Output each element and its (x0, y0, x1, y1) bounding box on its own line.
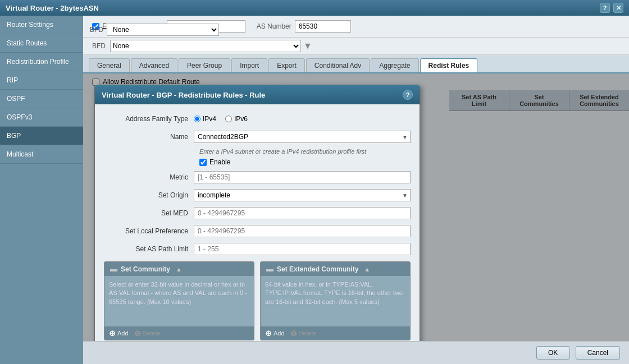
sidebar-item-static-routes[interactable]: Static Routes (0, 34, 83, 53)
set-community-panel: ▬ Set Community ▲ Select or enter 32-bit… (104, 261, 254, 340)
window-title: Virtual Router - 2bytesASN (6, 4, 99, 12)
set-local-pref-row: Set Local Preference (104, 224, 411, 238)
modal-body: Address Family Type IPv4 IPv6 (95, 104, 420, 354)
bfd-select[interactable]: None (107, 24, 219, 36)
name-control: Connected2BGP ▼ (194, 131, 411, 143)
tab-advanced[interactable]: Advanced (131, 58, 177, 72)
set-community-sort-icon: ▲ (176, 266, 182, 273)
set-med-label: Set MED (104, 209, 194, 217)
set-ext-community-body: 64-bit value in hex, or in TYPE:AS:VAL, … (261, 276, 410, 326)
ipv6-radio[interactable] (225, 116, 232, 122)
modal-help-icon[interactable]: ? (403, 90, 413, 100)
set-as-path-label: Set AS Path Limit (104, 245, 194, 253)
metric-input[interactable] (194, 171, 411, 183)
community-panels: ▬ Set Community ▲ Select or enter 32-bit… (104, 261, 411, 340)
set-origin-select[interactable]: incomplete igp egp (194, 189, 411, 201)
tab-general[interactable]: General (89, 58, 130, 72)
tab-peer-group[interactable]: Peer Group (179, 58, 230, 72)
set-ext-community-delete-button[interactable]: ⊖ Delete (290, 329, 317, 338)
sidebar-item-ospf[interactable]: OSPF (0, 90, 83, 108)
modal-title: Virtual Router - BGP - Redistribute Rule… (102, 91, 265, 99)
set-origin-label: Set Origin (104, 191, 194, 199)
bfd-row: BFD None (90, 24, 219, 36)
set-community-header: ▬ Set Community ▲ (104, 262, 254, 276)
top-bar: Enable Router ID AS Number BFD None (83, 16, 629, 38)
ipv6-radio-label[interactable]: IPv6 (225, 115, 248, 123)
set-local-pref-control (194, 225, 411, 237)
set-local-pref-input[interactable] (194, 225, 411, 237)
set-community-delete-button[interactable]: ⊖ Delete (134, 329, 161, 338)
ipv4-radio-label[interactable]: IPv4 (194, 115, 216, 123)
bfd-label-row: BFD (92, 42, 106, 50)
table-area: Allow Redistribute Default Route Set AS … (83, 73, 629, 364)
bfd-select-full[interactable]: None (110, 40, 301, 52)
name-select[interactable]: Connected2BGP (194, 131, 411, 143)
ipv6-label: IPv6 (234, 115, 248, 123)
set-community-add-button[interactable]: ⊕ Add (109, 329, 129, 338)
modal-header: Virtual Router - BGP - Redistribute Rule… (95, 85, 420, 104)
main-layout: Router Settings Static Routes Redistribu… (0, 16, 629, 364)
set-ext-community-footer: ⊕ Add ⊖ Delete (261, 326, 410, 340)
as-number-label: AS Number (257, 22, 291, 30)
name-hint: Enter a IPv4 subnet or create a IPv4 red… (199, 148, 411, 155)
content-area: Enable Router ID AS Number BFD None BFD … (83, 16, 629, 364)
set-ext-community-hint: 64-bit value in hex, or in TYPE:AS:VAL, … (265, 281, 403, 305)
set-origin-row: Set Origin incomplete igp egp ▼ (104, 188, 411, 202)
sidebar-item-ospfv3[interactable]: OSPFv3 (0, 108, 83, 127)
set-community-icon: ▬ (110, 265, 117, 273)
bottom-cancel-button[interactable]: Cancel (576, 346, 620, 360)
bottom-ok-button[interactable]: OK (536, 346, 570, 360)
set-local-pref-label: Set Local Preference (104, 227, 194, 235)
set-community-add-label: Add (117, 330, 129, 337)
set-ext-community-sort-icon: ▲ (364, 266, 370, 273)
sidebar-item-redistribution-profile[interactable]: Redistribution Profile (0, 53, 83, 71)
modal-dialog: Virtual Router - BGP - Redistribute Rule… (94, 85, 420, 364)
set-community-delete-label: Delete (143, 330, 161, 337)
tab-import[interactable]: Import (231, 58, 267, 72)
sidebar-item-router-settings[interactable]: Router Settings (0, 16, 83, 34)
address-family-row: Address Family Type IPv4 IPv6 (104, 112, 411, 126)
modal-enable-label: Enable (209, 158, 230, 166)
set-origin-control: incomplete igp egp ▼ (194, 189, 411, 201)
bfd-dropdown-arrow: ▼ (303, 41, 312, 51)
name-label: Name (104, 133, 194, 141)
bfd-label: BFD (90, 26, 103, 34)
title-bar-icons: ? ✕ (600, 3, 623, 13)
set-community-footer: ⊕ Add ⊖ Delete (104, 326, 254, 340)
tab-export[interactable]: Export (268, 58, 305, 72)
set-as-path-control (194, 243, 411, 255)
set-ext-community-delete-label: Delete (299, 330, 317, 337)
sidebar-item-multicast[interactable]: Multicast (0, 145, 83, 164)
metric-row: Metric (104, 171, 411, 184)
set-med-row: Set MED (104, 206, 411, 220)
set-ext-community-add-button[interactable]: ⊕ Add (265, 329, 285, 338)
delete-icon: ⊖ (134, 329, 141, 338)
modal-overlay: Virtual Router - BGP - Redistribute Rule… (83, 73, 629, 364)
sidebar-item-rip[interactable]: RIP (0, 71, 83, 90)
address-family-label: Address Family Type (104, 115, 194, 123)
tab-aggregate[interactable]: Aggregate (371, 58, 418, 72)
help-icon[interactable]: ? (600, 3, 610, 13)
tab-bar: General Advanced Peer Group Import Expor… (83, 55, 629, 73)
set-community-body: Select or enter 32-bit value in decimal … (104, 276, 254, 326)
set-as-path-row: Set AS Path Limit (104, 242, 411, 256)
as-number-input[interactable] (295, 20, 351, 33)
title-bar: Virtual Router - 2bytesASN ? ✕ (0, 0, 629, 16)
set-med-input[interactable] (194, 207, 411, 219)
name-select-wrapper: Connected2BGP ▼ (194, 131, 411, 143)
tab-redist-rules[interactable]: Redist Rules (420, 58, 478, 72)
address-family-control: IPv4 IPv6 (194, 115, 411, 123)
set-as-path-input[interactable] (194, 243, 411, 255)
set-community-hint: Select or enter 32-bit value in decimal … (109, 281, 247, 305)
set-ext-community-add-label: Add (274, 330, 285, 337)
enable-check-row: Enable (199, 158, 411, 166)
ipv4-radio[interactable] (194, 116, 200, 122)
tab-conditional-adv[interactable]: Conditional Adv (306, 58, 370, 72)
as-number-row: AS Number (257, 20, 351, 33)
set-ext-community-title: Set Extended Community (277, 265, 358, 273)
modal-enable-checkbox[interactable] (199, 159, 207, 166)
sidebar-item-bgp[interactable]: BGP (0, 127, 83, 145)
set-ext-community-panel: ▬ Set Extended Community ▲ 64-bit value … (260, 261, 411, 340)
close-icon[interactable]: ✕ (613, 3, 623, 13)
set-origin-wrapper: incomplete igp egp ▼ (194, 189, 411, 201)
